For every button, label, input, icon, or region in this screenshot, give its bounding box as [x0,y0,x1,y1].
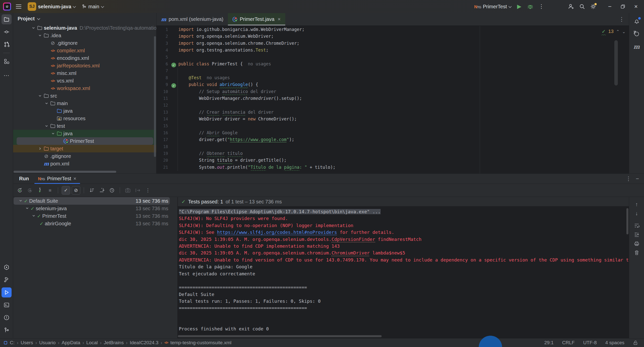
breadcrumb-item[interactable]: temp-testng-customsuite.xml [170,340,231,345]
console-line[interactable]: SLF4J(W): See https://www.slf4j.org/code… [179,229,629,236]
run-test-gutter-icon[interactable]: ✓ [171,61,177,67]
soft-wrap-button[interactable] [632,221,641,230]
hide-tool-window-button[interactable]: − [636,176,639,182]
run-tab-primertest[interactable]: NTG PrimerTest × [34,174,80,184]
services-tool-button[interactable] [2,262,12,272]
project-horizontal-scrollbar[interactable] [14,171,116,173]
test-tree-row[interactable]: ✓selenium-java13 sec 736 ms [13,205,177,212]
project-tool-button[interactable] [2,14,12,24]
project-tree-item[interactable]: </>vcs.xml [13,77,156,84]
notifications-button[interactable] [632,16,642,26]
code-line[interactable]: 11 WebDriverManager.chromedriver().setup… [156,95,629,102]
maven-tool-button[interactable]: m [632,41,642,52]
console-line[interactable]: Default Suite [179,291,629,298]
project-tree-item[interactable]: main [13,100,156,107]
console-vertical-scrollbar[interactable] [626,208,628,234]
code-line[interactable]: 3import org.openqa.selenium.chrome.Chrom… [156,40,629,47]
console-output[interactable]: "C:\Program Files\Eclipse Adoptium\jdk-1… [178,207,629,332]
project-tree-item[interactable]: </>jarRepositories.xml [13,62,156,69]
next-occurrence-button[interactable]: ↓ [632,209,641,218]
inspection-widget[interactable]: ✓ 13 ⌃ ⌃ [601,28,625,35]
console-line[interactable] [179,312,629,318]
code-line[interactable]: 12 [156,102,629,109]
code-line[interactable]: 19 // Obtener título [156,150,629,157]
chevron-down-icon[interactable] [51,132,55,136]
stop-button[interactable]: ■ [46,186,54,195]
code-line[interactable]: 2import org.openqa.selenium.WebDriver; [156,33,629,40]
console-line[interactable]: SLF4J(W): No SLF4J providers were found. [179,215,629,222]
screenshot-button[interactable] [124,186,132,195]
console-line[interactable]: ========================================… [179,305,629,311]
structure-tool-button[interactable] [2,56,12,66]
print-button[interactable] [632,239,641,248]
close-tab-icon[interactable]: × [73,176,76,182]
code-line[interactable]: 6✓public class PrimerTest { no usages [156,61,629,67]
chevron-down-icon[interactable] [31,26,35,30]
code-line[interactable]: 21 System.out.println("Título de la pági… [156,164,629,171]
console-line[interactable]: Test ejecutado correctamente [179,270,629,277]
project-tree-item[interactable]: .idea [13,32,156,39]
code-line[interactable]: 9✓ public void abrirGoogle() { [156,81,629,88]
console-line[interactable]: Process finished with exit code 0 [179,325,629,332]
project-tree-item[interactable]: selenium-javaD:\Proyectos\Testing\qa-aut… [13,24,156,32]
code-line[interactable]: 16 // Abrir Google [156,129,629,136]
sort-alphabetically-button[interactable] [88,186,96,195]
vcs-branch-widget[interactable]: main [80,2,105,12]
window-minimize-button[interactable]: − [604,0,616,13]
editor-scrollbar[interactable] [614,40,618,85]
code-line[interactable]: 5 [156,54,629,61]
breadcrumb-item[interactable]: Users [21,340,33,345]
lock-icon[interactable] [633,340,638,345]
code-line[interactable]: 15 [156,122,629,129]
search-everywhere-button[interactable] [577,2,587,12]
code-line[interactable]: 18 [156,143,629,150]
run-toolbar-more-button[interactable]: ⋮ [144,186,152,195]
code-with-me-button[interactable] [566,2,576,12]
expand-all-button[interactable] [98,186,106,195]
run-tool-button[interactable] [2,287,12,297]
chevron-down-icon[interactable] [38,33,42,37]
breadcrumb-item[interactable]: IdeaIC2024.3 [130,340,158,345]
more-tool-windows-button[interactable]: … [2,69,12,79]
project-tree-item[interactable]: java [13,130,156,137]
import-test-results-button[interactable] [134,186,142,195]
console-horizontal-scrollbar[interactable] [178,335,382,337]
project-tree-item[interactable]: resources [13,115,156,122]
project-widget[interactable]: SJ selenium-java [26,2,77,12]
terminal-tool-button[interactable] [2,300,12,310]
chevron-down-icon[interactable] [37,17,40,20]
project-tree-item[interactable]: src [13,92,156,100]
project-tree-item[interactable]: test [13,122,156,130]
console-line[interactable]: "C:\Program Files\Eclipse Adoptium\jdk-1… [179,208,629,215]
project-tree-item[interactable]: </>misc.xml [13,69,156,77]
code-line[interactable]: 17 driver.get("https://www.google.com"); [156,136,629,143]
commit-tool-button[interactable] [2,27,12,37]
test-tree-row[interactable]: ✓Default Suite13 sec 736 ms [13,197,177,205]
debug-button[interactable] [525,2,535,12]
project-tree-item[interactable]: java [13,107,156,115]
chevron-down-icon[interactable] [45,124,49,128]
more-actions-button[interactable]: ⋮ [536,2,546,12]
console-line[interactable]: ADVERTENCIA: Unable to find CDP implemen… [179,243,629,249]
rerun-tests-button[interactable] [16,186,24,195]
pull-requests-tool-button[interactable] [2,39,12,50]
tab-primertest-java[interactable]: C PrimerTest.java × [228,13,285,25]
window-restore-button[interactable] [617,0,629,13]
breadcrumb-item[interactable]: JetBrains [104,340,124,345]
console-link[interactable]: https://www.slf4j.org/codes.html#noProvi… [217,230,337,235]
project-tree-item[interactable]: CPrimerTest [13,137,156,145]
code-line[interactable]: 13 // Crear instancia del driver [156,109,629,116]
breadcrumb-item[interactable]: Local [86,340,98,345]
code-line[interactable]: 8 @Test no usages [156,74,629,81]
breadcrumb-item[interactable]: C: [10,340,15,345]
tab-pom-xml[interactable]: m pom.xml (selenium-java) [156,13,228,25]
run-test-gutter-icon[interactable]: ✓ [171,81,177,88]
run-options-button[interactable]: ⋮ [626,176,631,182]
rerun-with-coverage-button[interactable] [36,186,44,195]
indent-indicator[interactable]: 4 spaces [605,340,624,345]
close-tab-icon[interactable]: × [277,16,281,22]
code-line[interactable]: 14 WebDriver driver = new ChromeDriver()… [156,116,629,122]
caret-position[interactable]: 29:1 [544,340,554,345]
project-tree-item[interactable]: mpom.xml [13,160,156,167]
test-tree-row[interactable]: ✓PrimerTest13 sec 736 ms [13,212,177,220]
